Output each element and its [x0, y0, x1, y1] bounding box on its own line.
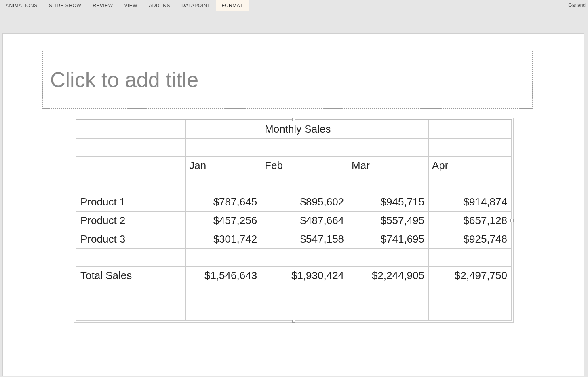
table-cell[interactable]	[186, 139, 261, 157]
table-cell[interactable]	[261, 175, 348, 193]
table-cell[interactable]	[76, 175, 186, 193]
total-value[interactable]: $1,930,424	[261, 267, 348, 285]
table-cell[interactable]	[429, 120, 512, 139]
table-cell[interactable]	[261, 303, 348, 321]
table-row-product2: Product 2 $457,256 $487,664 $557,495 $65…	[76, 212, 512, 230]
table-cell[interactable]	[348, 249, 429, 267]
cell-value[interactable]: $547,158	[261, 230, 348, 249]
tab-animations[interactable]: ANIMATIONS	[0, 0, 43, 11]
table-cell[interactable]	[348, 175, 429, 193]
month-mar[interactable]: Mar	[348, 157, 429, 175]
ribbon-tabs: ANIMATIONS SLIDE SHOW REVIEW VIEW ADD-IN…	[0, 0, 588, 11]
month-feb[interactable]: Feb	[261, 157, 348, 175]
row-label[interactable]: Product 2	[76, 212, 186, 230]
slide-canvas[interactable]: Click to add title Monthly Sales	[2, 33, 584, 376]
table-row-product3: Product 3 $301,742 $547,158 $741,695 $92…	[76, 230, 512, 249]
month-jan[interactable]: Jan	[186, 157, 261, 175]
tab-slide-show[interactable]: SLIDE SHOW	[43, 0, 87, 11]
table-cell[interactable]	[76, 157, 186, 175]
total-value[interactable]: $2,244,905	[348, 267, 429, 285]
table-cell[interactable]	[76, 139, 186, 157]
table-row-spacer	[76, 139, 512, 157]
tab-format[interactable]: FORMAT	[216, 0, 249, 11]
table-cell[interactable]	[429, 285, 512, 303]
sales-table-object[interactable]: Monthly Sales Jan Feb Mar Apr	[76, 119, 512, 321]
table-cell[interactable]	[76, 249, 186, 267]
table-cell[interactable]	[76, 120, 186, 139]
table-cell[interactable]	[348, 285, 429, 303]
table-cell[interactable]	[348, 139, 429, 157]
table-row-heading: Monthly Sales	[76, 120, 512, 139]
cell-value[interactable]: $657,128	[429, 212, 512, 230]
title-placeholder-text: Click to add title	[50, 68, 198, 92]
resize-handle-top[interactable]	[292, 118, 295, 121]
total-value[interactable]: $2,497,750	[429, 267, 512, 285]
cell-value[interactable]: $301,742	[186, 230, 261, 249]
resize-handle-left[interactable]	[74, 219, 77, 222]
table-row-totals: Total Sales $1,546,643 $1,930,424 $2,244…	[76, 267, 512, 285]
user-name[interactable]: Garland	[568, 2, 586, 8]
table-cell[interactable]	[429, 139, 512, 157]
tab-add-ins[interactable]: ADD-INS	[143, 0, 176, 11]
table-cell[interactable]	[186, 249, 261, 267]
cell-value[interactable]: $787,645	[186, 193, 261, 212]
table-cell[interactable]	[186, 303, 261, 321]
total-label[interactable]: Total Sales	[76, 267, 186, 285]
table-heading[interactable]: Monthly Sales	[261, 120, 348, 139]
cell-value[interactable]: $557,495	[348, 212, 429, 230]
title-placeholder[interactable]: Click to add title	[42, 51, 533, 109]
table-row-months: Jan Feb Mar Apr	[76, 157, 512, 175]
tab-review[interactable]: REVIEW	[87, 0, 118, 11]
table-cell[interactable]	[261, 249, 348, 267]
row-label[interactable]: Product 3	[76, 230, 186, 249]
total-value[interactable]: $1,546,643	[186, 267, 261, 285]
ribbon-area	[0, 11, 588, 33]
slide-area: Click to add title Monthly Sales	[0, 33, 588, 376]
table-cell[interactable]	[348, 120, 429, 139]
resize-handle-bottom[interactable]	[292, 320, 295, 323]
table-cell[interactable]	[186, 285, 261, 303]
tab-view[interactable]: VIEW	[118, 0, 143, 11]
resize-handle-right[interactable]	[510, 219, 514, 222]
sales-table[interactable]: Monthly Sales Jan Feb Mar Apr	[76, 120, 512, 321]
table-cell[interactable]	[348, 303, 429, 321]
cell-value[interactable]: $914,874	[429, 193, 512, 212]
table-row-spacer	[76, 249, 512, 267]
table-cell[interactable]	[429, 249, 512, 267]
cell-value[interactable]: $925,748	[429, 230, 512, 249]
table-cell[interactable]	[76, 303, 186, 321]
cell-value[interactable]: $895,602	[261, 193, 348, 212]
table-cell[interactable]	[76, 285, 186, 303]
cell-value[interactable]: $487,664	[261, 212, 348, 230]
table-cell[interactable]	[186, 175, 261, 193]
table-row-product1: Product 1 $787,645 $895,602 $945,715 $91…	[76, 193, 512, 212]
month-apr[interactable]: Apr	[429, 157, 512, 175]
cell-value[interactable]: $457,256	[186, 212, 261, 230]
table-cell[interactable]	[261, 139, 348, 157]
table-cell[interactable]	[429, 303, 512, 321]
table-cell[interactable]	[261, 285, 348, 303]
table-row-spacer	[76, 175, 512, 193]
cell-value[interactable]: $741,695	[348, 230, 429, 249]
tab-datapoint[interactable]: DATAPOINT	[176, 0, 216, 11]
table-row-spacer	[76, 303, 512, 321]
table-row-spacer	[76, 285, 512, 303]
row-label[interactable]: Product 1	[76, 193, 186, 212]
table-cell[interactable]	[429, 175, 512, 193]
table-cell[interactable]	[186, 120, 261, 139]
cell-value[interactable]: $945,715	[348, 193, 429, 212]
